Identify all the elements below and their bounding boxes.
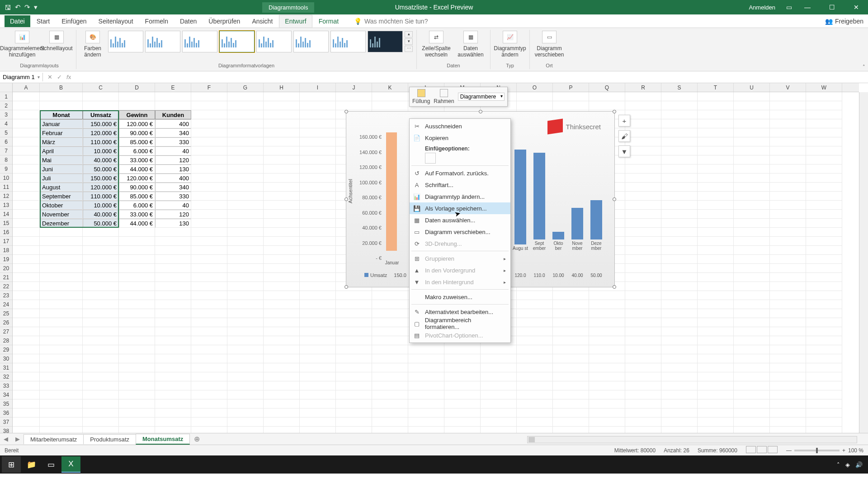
cell[interactable] [83,327,119,336]
cell[interactable] [553,381,589,390]
cell[interactable] [227,273,264,282]
cell[interactable] [372,345,408,354]
row-header[interactable]: 5 [0,128,12,137]
cell[interactable] [264,291,300,300]
ctx-assign-macro[interactable]: Makro zuweisen... [410,291,510,303]
cell[interactable] [227,210,264,219]
cell[interactable] [191,92,227,101]
cell[interactable] [481,363,517,372]
cell[interactable] [227,237,264,246]
cell[interactable] [770,246,806,255]
cell[interactable] [300,363,336,372]
cell[interactable] [264,327,300,336]
cell[interactable]: 10.000 € [83,201,119,210]
cell[interactable] [589,92,625,101]
cell[interactable]: 6.000 € [119,201,155,210]
chart-style-8[interactable] [368,31,403,52]
cell[interactable] [227,164,264,174]
cell[interactable] [119,237,155,246]
cell[interactable] [770,291,806,300]
cell[interactable] [734,201,770,210]
close-button[interactable]: ✕ [847,4,865,11]
cell[interactable] [119,381,155,390]
chart-style-5[interactable] [256,31,292,52]
cell[interactable] [625,408,661,418]
col-header[interactable]: S [661,83,698,92]
cell[interactable] [553,418,589,427]
cell[interactable] [264,155,300,164]
row-header[interactable]: 2 [0,101,12,110]
ribbon-collapse-icon[interactable]: ˄ [863,64,865,70]
cell[interactable] [770,92,806,101]
cell[interactable] [119,255,155,264]
gallery-up-icon[interactable]: ▴ [405,31,413,38]
cell[interactable] [625,255,661,264]
cell[interactable] [191,418,227,427]
cell[interactable] [300,146,336,155]
cell[interactable] [13,336,40,345]
cell[interactable] [191,210,227,219]
cell[interactable] [517,336,553,345]
horizontal-scrollbar[interactable] [527,436,857,443]
cell[interactable] [625,155,661,164]
cell[interactable] [119,390,155,399]
cell[interactable] [191,291,227,300]
cell[interactable]: 120.000 € [119,174,155,183]
cell[interactable] [589,291,625,300]
cell[interactable] [227,192,264,201]
cell[interactable] [227,219,264,228]
cell[interactable] [300,318,336,327]
cell[interactable] [264,381,300,390]
chart-style-3[interactable] [182,31,217,52]
cell[interactable] [191,219,227,228]
cell[interactable] [806,318,842,327]
cell[interactable] [13,119,40,128]
cell[interactable] [734,164,770,174]
cell[interactable] [83,300,119,309]
cell[interactable] [625,164,661,174]
cell[interactable] [300,219,336,228]
cell[interactable] [227,255,264,264]
cell[interactable] [155,336,191,345]
cell[interactable]: 50.000 € [83,219,119,228]
cell[interactable] [806,309,842,318]
row-header[interactable]: 12 [0,192,12,201]
tell-me-box[interactable]: 💡 Was möchten Sie tun? [354,18,428,25]
cell[interactable] [40,418,83,427]
cell[interactable] [661,336,698,345]
cell[interactable]: 120.000 € [83,128,119,137]
cell[interactable] [155,309,191,318]
cell[interactable]: 120.000 € [83,183,119,192]
cell[interactable] [625,300,661,309]
cell[interactable] [119,327,155,336]
row-header[interactable]: 24 [0,300,12,309]
cell[interactable] [13,418,40,427]
cell[interactable] [264,264,300,273]
cell[interactable] [372,291,408,300]
col-header[interactable]: G [227,83,264,92]
cell[interactable] [13,372,40,381]
cell[interactable] [264,210,300,219]
row-header[interactable]: 32 [0,372,12,381]
cell[interactable] [408,354,444,363]
cell[interactable] [155,92,191,101]
cell[interactable] [770,408,806,418]
cell[interactable] [13,237,40,246]
cell[interactable] [372,327,408,336]
cell[interactable] [770,255,806,264]
cell[interactable] [698,418,734,427]
cell[interactable] [589,408,625,418]
cell[interactable] [625,183,661,192]
col-header[interactable]: U [734,83,770,92]
cell[interactable] [336,300,372,309]
cell[interactable] [734,219,770,228]
cell[interactable]: 33.000 € [119,155,155,164]
cell[interactable]: Mai [40,155,83,164]
cell[interactable] [661,408,698,418]
col-header[interactable]: R [625,83,661,92]
cell[interactable] [191,318,227,327]
cell[interactable] [661,101,698,110]
tray-network-icon[interactable]: ◈ [845,461,850,468]
cell[interactable] [661,146,698,155]
cell[interactable] [661,381,698,390]
